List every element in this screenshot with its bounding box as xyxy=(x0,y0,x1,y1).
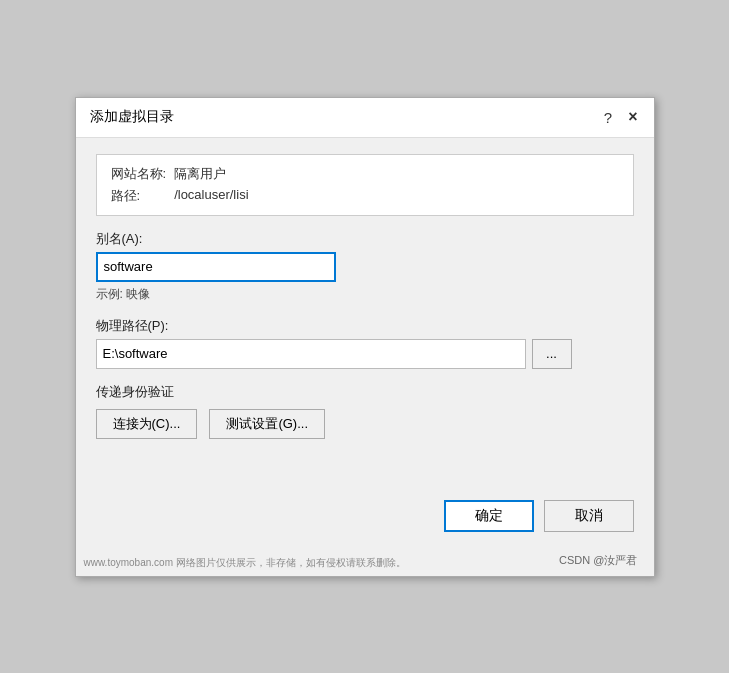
alias-field-group: 别名(A): 示例: 映像 xyxy=(96,230,634,303)
alias-input[interactable] xyxy=(96,252,336,282)
browse-button[interactable]: ... xyxy=(532,339,572,369)
help-button[interactable]: ? xyxy=(600,109,616,126)
watermark-text: www.toymoban.com 网络图片仅供展示，非存储，如有侵权请联系删除。 xyxy=(84,552,406,572)
site-name-value: 隔离用户 xyxy=(174,165,618,183)
path-value: /localuser/lisi xyxy=(174,187,618,205)
dialog-content: 网站名称: 隔离用户 路径: /localuser/lisi 别名(A): 示例… xyxy=(76,138,654,486)
physical-path-label: 物理路径(P): xyxy=(96,317,634,335)
confirm-button[interactable]: 确定 xyxy=(444,500,534,532)
alias-hint: 示例: 映像 xyxy=(96,286,634,303)
dialog-title: 添加虚拟目录 xyxy=(90,108,174,126)
physical-path-field-group: 物理路径(P): ... xyxy=(96,317,634,369)
bottom-bar: www.toymoban.com 网络图片仅供展示，非存储，如有侵权请联系删除。… xyxy=(76,550,654,576)
auth-buttons: 连接为(C)... 测试设置(G)... xyxy=(96,409,634,439)
connect-as-button[interactable]: 连接为(C)... xyxy=(96,409,198,439)
path-label: 路径: xyxy=(111,187,167,205)
path-row: ... xyxy=(96,339,634,369)
auth-title: 传递身份验证 xyxy=(96,383,634,401)
cancel-button[interactable]: 取消 xyxy=(544,500,634,532)
auth-section: 传递身份验证 连接为(C)... 测试设置(G)... xyxy=(96,383,634,439)
physical-path-input[interactable] xyxy=(96,339,526,369)
site-name-label: 网站名称: xyxy=(111,165,167,183)
info-box: 网站名称: 隔离用户 路径: /localuser/lisi xyxy=(96,154,634,216)
close-button[interactable]: × xyxy=(624,108,641,126)
test-settings-button[interactable]: 测试设置(G)... xyxy=(209,409,325,439)
dialog-window: 添加虚拟目录 ? × 网站名称: 隔离用户 路径: /localuser/lis… xyxy=(75,97,655,577)
dialog-footer: 确定 取消 xyxy=(76,486,654,550)
alias-label: 别名(A): xyxy=(96,230,634,248)
csdn-badge: CSDN @汝严君 xyxy=(551,553,645,570)
title-bar: 添加虚拟目录 ? × xyxy=(76,98,654,138)
title-bar-controls: ? × xyxy=(600,108,642,126)
